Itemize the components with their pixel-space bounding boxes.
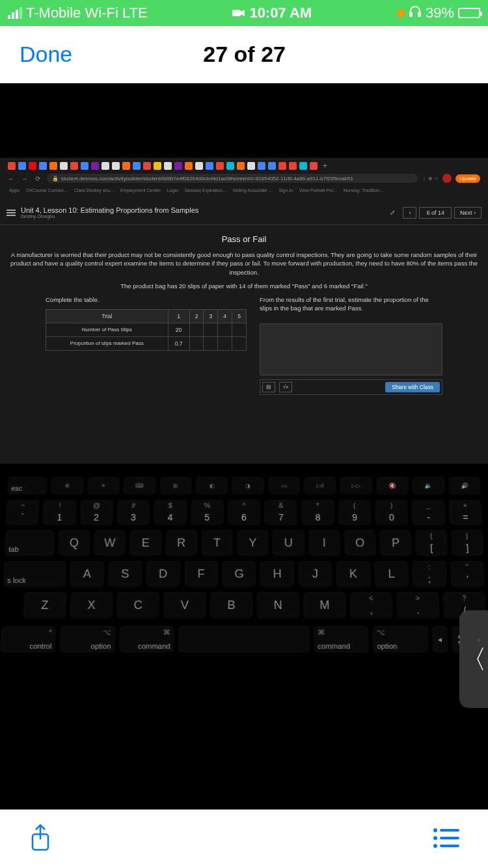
math-tool-icon[interactable]: √x <box>279 382 292 392</box>
problem-text: A manufacturer is worried that their pro… <box>7 251 481 277</box>
svg-rect-5 <box>440 829 459 832</box>
laptop-keyboard: esc ✻ ☀ ⌨ ⊞ ◐ ◑ ◃◃ ▷II ▷▷ 🔇 🔉 🔊 ~`!1@2#3… <box>0 464 488 809</box>
bookmarks-bar: Apps OnCourse Connec... Clara Destiny sh… <box>3 185 485 195</box>
photo-nav-bar: Done 27 of 27 <box>0 26 488 83</box>
key-letter: G <box>222 561 256 587</box>
key-letter: C <box>116 592 159 618</box>
table-cell[interactable] <box>189 323 204 337</box>
photo-content: + ← → ⟳ 🔒 student.desmos.com/activitybui… <box>0 83 488 809</box>
key-fn: ▷▷ <box>340 477 372 495</box>
chevron-left-icon: 〈 <box>461 642 487 677</box>
key-letter: P <box>379 530 412 556</box>
bookmark-item[interactable]: Apps <box>9 188 20 193</box>
table-header: Trial <box>46 310 169 323</box>
expand-icon[interactable]: ⤢ <box>390 209 395 216</box>
browser-nav-arrows[interactable]: ← → ⟳ <box>8 175 43 182</box>
table-cell[interactable] <box>204 323 218 337</box>
key-fn: 🔊 <box>448 477 481 495</box>
svg-point-4 <box>433 828 437 832</box>
table-header: 3 <box>204 310 218 323</box>
svg-rect-0 <box>232 10 241 16</box>
key-number: ~` <box>6 500 40 525</box>
table-cell[interactable] <box>218 323 232 337</box>
battery-pct: 39% <box>426 5 454 21</box>
status-bar: T-Mobile Wi-Fi LTE 10:07 AM 39% <box>0 0 488 26</box>
key-letter: V <box>163 592 206 618</box>
share-icon[interactable] <box>27 822 53 856</box>
laptop-screen: + ← → ⟳ 🔒 student.desmos.com/activitybui… <box>0 158 488 464</box>
key-bracket: {[ <box>415 530 448 556</box>
bookmark-item[interactable]: Clara Destiny sho... <box>74 188 114 193</box>
prev-button[interactable]: ‹ <box>403 207 416 219</box>
key-letter: L <box>374 561 409 587</box>
bookmark-item[interactable]: Session Expiration... <box>185 188 226 193</box>
key-bracket: }] <box>451 530 483 556</box>
url-text: student.desmos.com/activitybuilder/stude… <box>61 176 353 182</box>
key-quote: "' <box>450 561 485 587</box>
signal-icon <box>8 7 22 19</box>
bookmark-item[interactable]: Employment Center <box>120 188 161 193</box>
key-fn: ▷II <box>304 477 336 495</box>
key-spacebar <box>178 626 310 653</box>
table-cell[interactable] <box>232 323 247 337</box>
swipe-back-handle[interactable]: 〈 <box>459 610 488 708</box>
bottom-toolbar <box>0 809 488 868</box>
key-letter: W <box>94 530 126 556</box>
key-letter: I <box>308 530 340 556</box>
key-fn: ⊞ <box>159 477 192 495</box>
estimate-prompt: From the results of the first trial, est… <box>260 295 442 313</box>
key-option: ⌥option <box>59 626 115 653</box>
key-number: )0 <box>375 500 409 525</box>
table-cell[interactable] <box>232 337 247 351</box>
table-cell[interactable] <box>204 337 218 351</box>
key-option: ⌥option <box>373 626 429 653</box>
svg-rect-1 <box>410 12 412 16</box>
key-letter: Y <box>237 530 269 556</box>
complete-label: Complete the table. <box>46 295 247 304</box>
bookmark-item[interactable]: OnCourse Connec... <box>26 188 68 193</box>
key-letter: J <box>298 561 332 587</box>
lesson-title: Unit 4, Lesson 10: Estimating Proportion… <box>21 206 382 214</box>
key-letter: B <box>210 592 253 618</box>
key-fn: ◐ <box>196 477 228 495</box>
key-letter: M <box>303 592 346 618</box>
student-name: Destiny Ofoegbu <box>21 214 382 219</box>
table-cell[interactable] <box>218 337 232 351</box>
image-tool-icon[interactable]: ▤ <box>262 382 275 392</box>
bookmark-item[interactable]: Selling Associate ... <box>233 188 273 193</box>
bookmark-item[interactable]: Sign in <box>278 188 292 193</box>
table-cell[interactable]: 20 <box>168 323 189 337</box>
svg-rect-9 <box>440 845 459 847</box>
svg-point-8 <box>433 844 437 848</box>
key-semicolon: :; <box>412 561 447 587</box>
page-title: 27 of 27 <box>20 42 468 67</box>
list-icon[interactable] <box>432 827 461 852</box>
key-capslock: s lock <box>3 561 66 587</box>
browser-tabs: + <box>3 160 485 172</box>
bookmark-item[interactable]: View Portrait Pro... <box>299 188 337 193</box>
table-cell[interactable] <box>189 337 204 351</box>
key-letter: X <box>70 592 113 618</box>
key-letter: N <box>256 592 299 618</box>
share-button[interactable]: Share with Class <box>385 382 440 392</box>
key-letter: A <box>70 561 104 587</box>
battery-icon <box>458 8 480 18</box>
headphones-icon <box>409 5 422 21</box>
key-fn: ◃◃ <box>268 477 301 495</box>
answer-input[interactable] <box>260 323 442 375</box>
key-number: ^6 <box>228 500 261 525</box>
table-cell[interactable]: 0.7 <box>168 337 189 351</box>
new-tab-button[interactable]: + <box>320 161 330 170</box>
address-bar[interactable]: 🔒 student.desmos.com/activitybuilder/stu… <box>47 174 418 183</box>
problem-text-2: The product bag has 20 slips of paper wi… <box>7 282 481 290</box>
svg-point-6 <box>433 836 437 840</box>
key-fn: 🔉 <box>412 477 444 495</box>
bookmark-item[interactable]: Nursing: Tradition... <box>344 188 383 193</box>
chrome-update-button[interactable]: Update <box>455 174 480 183</box>
trials-table[interactable]: Trial 1 2 3 4 5 Number of Pass Slips 20 <box>46 309 247 351</box>
bookmark-item[interactable]: Login <box>167 188 178 193</box>
key-letter: S <box>108 561 142 587</box>
camera-icon <box>232 5 245 21</box>
next-button[interactable]: Next › <box>454 207 481 219</box>
menu-icon[interactable] <box>7 210 16 216</box>
